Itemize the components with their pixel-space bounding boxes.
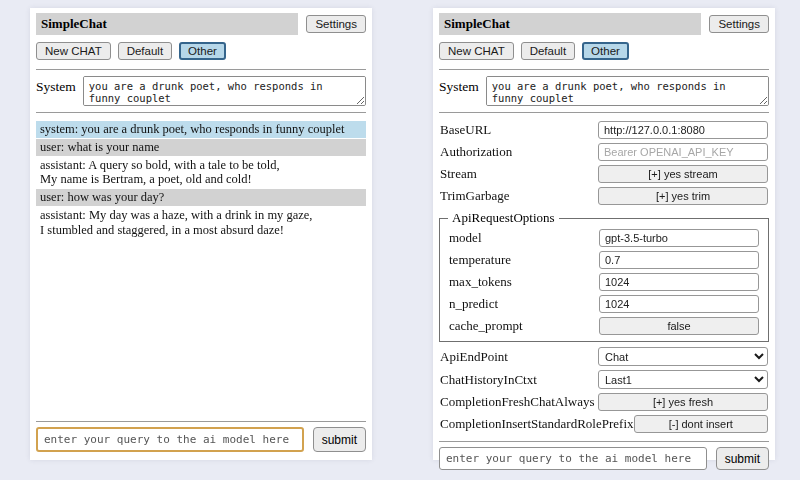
session-button-default[interactable]: Default	[521, 42, 575, 60]
toolbar: New CHAT DefaultOther	[439, 42, 769, 60]
submit-button[interactable]: submit	[716, 447, 769, 470]
query-row: submit	[439, 447, 769, 470]
api-request-options-legend: ApiRequestOptions	[448, 210, 559, 226]
setting-row-trimgarbage: TrimGarbage[+] yes trim	[439, 185, 769, 207]
setting-label-model: model	[449, 230, 599, 246]
titlebar: SimpleChat Settings	[439, 13, 769, 35]
session-button-group: DefaultOther	[118, 42, 226, 60]
divider	[36, 421, 366, 422]
session-button-other[interactable]: Other	[179, 42, 226, 60]
setting-row-stream: Stream[+] yes stream	[439, 163, 769, 185]
setting-input-model[interactable]	[599, 229, 759, 247]
setting-label-trimgarbage: TrimGarbage	[440, 188, 598, 204]
setting-select-chathistoryinctxt[interactable]: Last1	[598, 370, 768, 389]
divider	[36, 69, 366, 70]
setting-label-apiendpoint: ApiEndPoint	[440, 349, 598, 365]
query-input[interactable]	[439, 447, 707, 470]
divider	[36, 112, 366, 113]
setting-input-temperature[interactable]	[599, 251, 759, 269]
system-prompt-textarea[interactable]: you are a drunk poet, who responds in fu…	[486, 76, 769, 106]
setting-label-cache-prompt: cache_prompt	[449, 318, 599, 334]
setting-toggle-cache-prompt[interactable]: false	[599, 317, 759, 335]
setting-row-apiendpoint: ApiEndPointChat	[439, 345, 769, 368]
setting-input-baseurl[interactable]	[598, 121, 768, 139]
divider	[439, 441, 769, 442]
chat-message-user: user: what is your name	[36, 139, 366, 156]
query-bar: submit	[439, 435, 769, 470]
setting-label-n-predict: n_predict	[449, 296, 599, 312]
setting-toggle-completionfreshchatalways[interactable]: [+] yes fresh	[598, 393, 768, 411]
settings-rows-bottom: ApiEndPointChatChatHistoryInCtxtLast1Com…	[439, 345, 769, 435]
setting-toggle-completioninsertstandardroleprefix[interactable]: [-] dont insert	[634, 415, 768, 433]
app-title: SimpleChat	[439, 13, 701, 35]
setting-label-completionfreshchatalways: CompletionFreshChatAlways	[440, 394, 598, 410]
setting-label-baseurl: BaseURL	[440, 122, 598, 138]
system-prompt-label: System	[439, 76, 479, 106]
setting-row-model: model	[448, 227, 760, 249]
setting-row-n-predict: n_predict	[448, 293, 760, 315]
setting-row-completionfreshchatalways: CompletionFreshChatAlways[+] yes fresh	[439, 391, 769, 413]
setting-select-apiendpoint[interactable]: Chat	[598, 347, 768, 366]
system-prompt-row: System you are a drunk poet, who respond…	[36, 76, 366, 106]
query-input[interactable]	[36, 427, 304, 452]
setting-input-authorization[interactable]	[598, 143, 768, 161]
setting-toggle-trimgarbage[interactable]: [+] yes trim	[598, 187, 768, 205]
chat-panel: SimpleChat Settings New CHAT DefaultOthe…	[30, 8, 372, 460]
submit-button[interactable]: submit	[313, 427, 366, 452]
setting-label-temperature: temperature	[449, 252, 599, 268]
chat-message-assistant: assistant: A query so bold, with a tale …	[36, 157, 366, 189]
session-button-default[interactable]: Default	[118, 42, 172, 60]
setting-row-completioninsertstandardroleprefix: CompletionInsertStandardRolePrefix[-] do…	[439, 413, 769, 435]
divider	[439, 112, 769, 113]
chat-message-list: system: you are a drunk poet, who respon…	[36, 121, 366, 239]
setting-label-completioninsertstandardroleprefix: CompletionInsertStandardRolePrefix	[440, 416, 634, 432]
setting-row-temperature: temperature	[448, 249, 760, 271]
setting-row-max-tokens: max_tokens	[448, 271, 760, 293]
setting-label-authorization: Authorization	[440, 144, 598, 160]
settings-list: BaseURLAuthorizationStream[+] yes stream…	[439, 119, 769, 435]
toolbar: New CHAT DefaultOther	[36, 42, 366, 60]
chat-message-user: user: how was your day?	[36, 189, 366, 206]
system-prompt-label: System	[36, 76, 76, 106]
session-button-group: DefaultOther	[521, 42, 629, 60]
setting-row-cache-prompt: cache_promptfalse	[448, 315, 760, 337]
new-chat-button[interactable]: New CHAT	[36, 42, 111, 60]
new-chat-button[interactable]: New CHAT	[439, 42, 514, 60]
page: SimpleChat Settings New CHAT DefaultOthe…	[0, 0, 800, 480]
session-button-other[interactable]: Other	[582, 42, 629, 60]
settings-button[interactable]: Settings	[709, 15, 769, 33]
chat-message-system: system: you are a drunk poet, who respon…	[36, 121, 366, 138]
settings-panel: SimpleChat Settings New CHAT DefaultOthe…	[433, 8, 775, 460]
settings-button[interactable]: Settings	[306, 15, 366, 33]
app-title: SimpleChat	[36, 13, 298, 35]
setting-input-max-tokens[interactable]	[599, 273, 759, 291]
setting-row-authorization: Authorization	[439, 141, 769, 163]
titlebar: SimpleChat Settings	[36, 13, 366, 35]
divider	[439, 69, 769, 70]
setting-toggle-stream[interactable]: [+] yes stream	[598, 165, 768, 183]
setting-row-baseurl: BaseURL	[439, 119, 769, 141]
chat-message-assistant: assistant: My day was a haze, with a dri…	[36, 207, 366, 239]
system-prompt-row: System you are a drunk poet, who respond…	[439, 76, 769, 106]
setting-input-n-predict[interactable]	[599, 295, 759, 313]
api-request-options-fieldset: ApiRequestOptions modeltemperaturemax_to…	[439, 210, 769, 342]
settings-rows-top: BaseURLAuthorizationStream[+] yes stream…	[439, 119, 769, 207]
system-prompt-textarea[interactable]: you are a drunk poet, who responds in fu…	[83, 76, 366, 106]
settings-rows-fieldset: modeltemperaturemax_tokensn_predictcache…	[448, 227, 760, 337]
setting-label-max-tokens: max_tokens	[449, 274, 599, 290]
setting-label-chathistoryinctxt: ChatHistoryInCtxt	[440, 372, 598, 388]
setting-label-stream: Stream	[440, 166, 598, 182]
setting-row-chathistoryinctxt: ChatHistoryInCtxtLast1	[439, 368, 769, 391]
query-row: submit	[36, 427, 366, 452]
query-bar: submit	[36, 415, 366, 452]
